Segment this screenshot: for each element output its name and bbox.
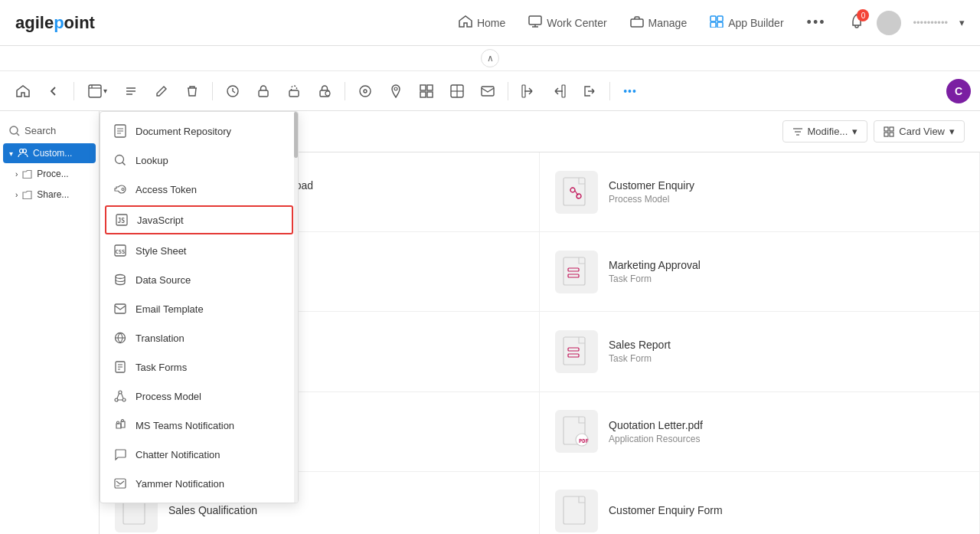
toolbar-sep-5 (609, 82, 610, 100)
nav-appbuilder[interactable]: App Builder (710, 15, 783, 30)
collapse-button[interactable]: ∧ (481, 49, 499, 67)
menu-item-style-sheet[interactable]: CSS Style Sheet (100, 236, 298, 265)
caret-right-icon2: › (15, 191, 18, 199)
nav-home[interactable]: Home (459, 15, 505, 30)
svg-rect-2 (710, 16, 716, 21)
menu-item-task-forms[interactable]: Task Forms (100, 352, 298, 382)
svg-point-58 (117, 421, 119, 424)
sidebar-item-customer[interactable]: ▾ Custom... (3, 143, 96, 163)
chatter-icon (113, 447, 128, 462)
nav-manage[interactable]: Manage (630, 15, 688, 30)
svg-point-52 (115, 398, 118, 401)
toolbar-home-button[interactable] (9, 77, 37, 105)
svg-rect-23 (427, 92, 433, 97)
menu-item-ms-teams[interactable]: MS Teams Notification (100, 411, 298, 440)
menu-item-javascript[interactable]: JS JavaScript (105, 205, 293, 234)
card-icon-form (555, 490, 598, 532)
toolbar-sep-4 (508, 82, 508, 100)
card-item-customer-enquiry-form[interactable]: Customer Enquiry Form (540, 472, 980, 534)
toolbar-back-button[interactable] (40, 77, 67, 105)
card-item-customer-enquiry[interactable]: Customer Enquiry Process Model (540, 152, 980, 232)
toolbar-properties-button[interactable] (117, 77, 145, 105)
lookup-icon (113, 152, 128, 168)
card-icon-pdf: PDF (555, 410, 598, 453)
menu-label-translation: Translation (136, 333, 185, 344)
card-item-quotation-letter[interactable]: PDF Quotation Letter.pdf Application Res… (540, 392, 980, 472)
menu-item-chatter[interactable]: Chatter Notification (100, 440, 298, 469)
sort-button[interactable]: Modifie... ▾ (782, 120, 868, 143)
svg-rect-59 (115, 479, 126, 488)
card-name: Sales Qualification (168, 504, 524, 516)
toolbar-more-button[interactable]: ••• (616, 77, 644, 105)
briefcase-icon (630, 15, 644, 30)
toolbar-sep-3 (345, 82, 345, 100)
folder-share-icon (22, 190, 32, 200)
menu-scrollbar[interactable] (294, 112, 298, 503)
toolbar-edit-button[interactable] (148, 77, 175, 105)
toolbar-delete-button[interactable] (178, 77, 206, 105)
nav-items: Home Work Center Manage App Builder ••• (459, 15, 826, 31)
menu-item-email-template[interactable]: Email Template (100, 294, 298, 323)
sort-icon (792, 126, 803, 137)
sort-label: Modifie... (808, 126, 848, 137)
top-navigation: agilepoint Home Work Center Manage App B… (0, 0, 980, 46)
svg-rect-21 (427, 85, 433, 90)
nav-home-label: Home (477, 17, 505, 29)
svg-point-53 (122, 398, 126, 401)
svg-rect-0 (529, 16, 541, 25)
menu-item-translation[interactable]: Translation (100, 323, 298, 352)
card-name: Sales Report (609, 339, 964, 351)
user-avatar[interactable] (877, 11, 901, 35)
toolbar-grid2-button[interactable] (443, 77, 471, 105)
menu-item-lookup[interactable]: Lookup (100, 146, 298, 175)
card-name: Quotation Letter.pdf (609, 419, 964, 431)
svg-rect-67 (890, 133, 893, 136)
toolbar: ▾ ••• C (0, 71, 980, 111)
main-layout: Search ▾ Custom... › Proce... › Share... (0, 111, 980, 534)
toolbar-export-button[interactable] (351, 77, 379, 105)
card-name: Customer Enquiry Form (609, 504, 964, 516)
menu-label-process-model: Process Model (136, 391, 201, 402)
sidebar-item-process[interactable]: › Proce... (9, 164, 96, 184)
folder-icon (22, 169, 32, 179)
view-label: Card View (899, 126, 945, 137)
svg-rect-14 (289, 90, 299, 97)
caret-right-icon: › (15, 170, 18, 179)
app-logo[interactable]: agilepoint (15, 13, 95, 33)
svg-point-19 (394, 87, 397, 90)
menu-item-document-repository[interactable]: Document Repository (100, 116, 298, 146)
sidebar-item-shared[interactable]: › Share... (9, 185, 96, 205)
search-button[interactable]: Search (0, 119, 99, 143)
toolbar-mail-button[interactable] (474, 77, 501, 105)
notif-count: 0 (857, 9, 869, 21)
notification-button[interactable]: 0 (848, 13, 865, 32)
card-item-sales-report[interactable]: Sales Report Task Form (540, 312, 980, 391)
nav-workcenter[interactable]: Work Center (528, 15, 606, 30)
toolbar-unlock-button[interactable] (280, 77, 308, 105)
toolbar-lock-button[interactable] (250, 77, 277, 105)
menu-item-process-model[interactable]: Process Model (100, 382, 298, 411)
card-info: Customer Enquiry Form (609, 504, 964, 519)
svg-point-43 (116, 275, 125, 279)
javascript-icon: JS (114, 212, 129, 228)
search-label: Search (24, 125, 56, 136)
menu-item-yammer[interactable]: Yammer Notification (100, 469, 298, 498)
menu-item-data-source[interactable]: Data Source (100, 265, 298, 294)
menu-scrollbar-thumb[interactable] (294, 112, 298, 158)
toolbar-new-button[interactable]: ▾ (80, 77, 114, 105)
view-toggle-button[interactable]: Card View ▾ (874, 120, 965, 143)
sidebar-customer-label: Custom... (33, 148, 72, 159)
card-item-marketing-approval[interactable]: Marketing Approval Task Form (540, 232, 980, 312)
user-dropdown-arrow[interactable]: ▾ (959, 17, 965, 28)
toolbar-grid1-button[interactable] (413, 77, 440, 105)
toolbar-location-button[interactable] (382, 77, 410, 105)
toolbar-share2-button[interactable] (545, 77, 573, 105)
svg-rect-65 (890, 127, 893, 131)
ms-teams-icon (113, 418, 128, 433)
toolbar-signout-button[interactable] (576, 77, 603, 105)
menu-item-access-token[interactable]: Access Token (100, 175, 298, 204)
toolbar-lock2-button[interactable] (311, 77, 338, 105)
toolbar-share-button[interactable] (514, 77, 542, 105)
toolbar-history-button[interactable] (219, 77, 247, 105)
nav-more-button[interactable]: ••• (807, 15, 826, 31)
